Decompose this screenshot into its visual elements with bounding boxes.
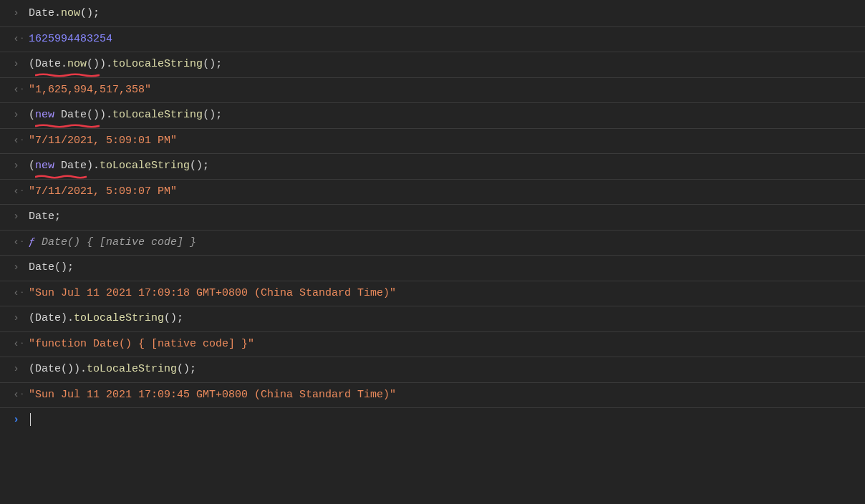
input-chevron-icon: › (13, 158, 29, 175)
console-input-code: (new Date()).toLocaleString(); (29, 107, 862, 124)
input-chevron-icon: › (13, 209, 29, 226)
annotation-underline: Date.now() (35, 57, 100, 73)
console-input-row: ›Date; (0, 205, 865, 231)
prompt-chevron-icon: › (13, 412, 29, 429)
console-output-row: ‹•"Sun Jul 11 2021 17:09:18 GMT+0800 (Ch… (0, 281, 865, 307)
console-input-code: Date.now(); (29, 6, 862, 22)
console-output-row: ‹•1625994483254 (0, 27, 865, 53)
console-output-value: 1625994483254 (29, 32, 862, 48)
console-prompt-input[interactable] (29, 412, 862, 429)
output-chevron-icon: ‹• (13, 32, 29, 48)
input-chevron-icon: › (13, 57, 29, 73)
annotation-underline: new Date() (35, 107, 100, 124)
output-chevron-icon: ‹• (13, 133, 29, 150)
output-chevron-icon: ‹• (13, 286, 29, 302)
console-output-value: ƒ Date() { [native code] } (29, 235, 862, 251)
input-chevron-icon: › (13, 311, 29, 327)
output-chevron-icon: ‹• (13, 336, 29, 353)
console-input-row: ›(new Date()).toLocaleString(); (0, 103, 865, 129)
annotation-underline: new Date (35, 158, 87, 175)
console-input-code: (new Date).toLocaleString(); (29, 158, 862, 175)
output-chevron-icon: ‹• (13, 82, 29, 99)
console-input-code: Date; (29, 209, 862, 226)
console-output-value: "1,625,994,517,358" (29, 82, 862, 99)
console-output-value: "Sun Jul 11 2021 17:09:18 GMT+0800 (Chin… (29, 286, 862, 302)
console-output-row: ‹•"7/11/2021, 5:09:07 PM" (0, 180, 865, 205)
console-output-value: "Sun Jul 11 2021 17:09:45 GMT+0800 (Chin… (29, 387, 862, 404)
console-input-row: ›(Date).toLocaleString(); (0, 306, 865, 332)
console-input-code: (Date()).toLocaleString(); (29, 362, 862, 378)
input-chevron-icon: › (13, 260, 29, 276)
console-output-row: ‹•"7/11/2021, 5:09:01 PM" (0, 129, 865, 155)
console-output-value: "7/11/2021, 5:09:07 PM" (29, 184, 862, 200)
output-chevron-icon: ‹• (13, 235, 29, 251)
devtools-console[interactable]: ›Date.now();‹•1625994483254›(Date.now())… (0, 0, 865, 504)
console-output-row: ‹•"1,625,994,517,358" (0, 78, 865, 104)
console-output-row: ‹•ƒ Date() { [native code] } (0, 231, 865, 256)
console-input-code: (Date.now()).toLocaleString(); (29, 57, 862, 73)
console-input-row: ›(Date()).toLocaleString(); (0, 357, 865, 383)
console-input-code: (Date).toLocaleString(); (29, 311, 862, 327)
console-prompt-row[interactable]: › (0, 408, 865, 433)
console-output-row: ‹•"function Date() { [native code] }" (0, 332, 865, 358)
console-input-code: Date(); (29, 260, 862, 276)
console-input-row: ›Date(); (0, 256, 865, 281)
text-cursor (30, 413, 31, 426)
console-output-value: "7/11/2021, 5:09:01 PM" (29, 133, 862, 150)
output-chevron-icon: ‹• (13, 184, 29, 200)
console-output-value: "function Date() { [native code] }" (29, 336, 862, 353)
output-chevron-icon: ‹• (13, 387, 29, 404)
input-chevron-icon: › (13, 362, 29, 378)
console-input-row: ›(new Date).toLocaleString(); (0, 154, 865, 180)
input-chevron-icon: › (13, 6, 29, 22)
input-chevron-icon: › (13, 107, 29, 124)
console-output-row: ‹•"Sun Jul 11 2021 17:09:45 GMT+0800 (Ch… (0, 383, 865, 409)
console-input-row: ›(Date.now()).toLocaleString(); (0, 52, 865, 78)
console-input-row: ›Date.now(); (0, 1, 865, 27)
